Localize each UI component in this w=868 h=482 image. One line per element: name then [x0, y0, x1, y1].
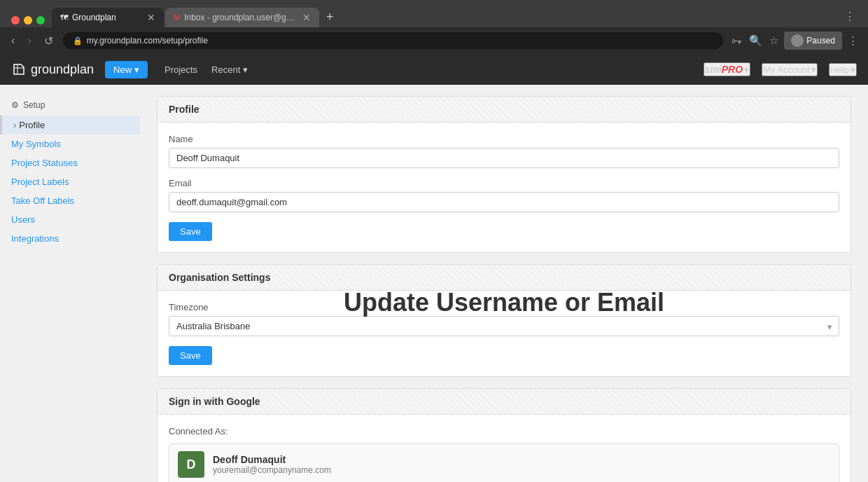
app-logo: groundplan [11, 62, 94, 77]
logo-text: groundplan [31, 62, 94, 77]
address-bar: ‹ › ↺ 🔒 my.groundplan.com/setup/profile … [0, 27, 868, 54]
tab-bar: 🗺 Groundplan ✕ M Inbox - groundplan.user… [0, 0, 868, 27]
paused-button[interactable]: Paused [784, 32, 842, 50]
tab-close-groundplan[interactable]: ✕ [147, 12, 155, 23]
refresh-button[interactable]: ↺ [41, 33, 56, 49]
search-icon[interactable]: 🔍 [748, 33, 764, 48]
window-minimize-btn[interactable] [24, 16, 32, 25]
recent-nav-btn[interactable]: Recent ▾ [206, 61, 253, 78]
lock-icon: 🔒 [73, 36, 83, 46]
browser-menu-icon: ⋮ [837, 6, 862, 27]
profile-card: Profile Name Email Save [157, 96, 851, 253]
page-body: ⚙ Setup Profile My Symbols Project Statu… [0, 85, 868, 482]
sidebar-item-label-my-symbols: My Symbols [11, 139, 61, 149]
timezone-label: Timezone [169, 302, 839, 312]
tab-favicon-gmail: M [174, 13, 180, 22]
my-account-chevron-icon: ▾ [811, 64, 816, 75]
google-user-email: youremail@companyname.com [213, 465, 331, 475]
tab-groundplan[interactable]: 🗺 Groundplan ✕ [52, 8, 164, 27]
sidebar-item-my-symbols[interactable]: My Symbols [0, 135, 140, 153]
gear-icon: ⚙ [11, 100, 19, 110]
new-button[interactable]: New ▾ [105, 61, 148, 78]
new-tab-button[interactable]: + [321, 7, 340, 27]
back-button[interactable]: ‹ [8, 33, 18, 48]
sidebar-item-label-project-labels: Project Labels [11, 177, 69, 187]
star-icon[interactable]: ☆ [768, 33, 780, 48]
simpro-button[interactable]: simPRO ▾ [704, 62, 750, 76]
header-nav: Projects Recent ▾ [159, 61, 253, 78]
name-label: Name [169, 134, 839, 144]
google-card-header: Sign in with Google [158, 389, 850, 415]
sidebar-section-title: ⚙ Setup [0, 96, 140, 116]
sidebar-item-project-statuses[interactable]: Project Statuses [0, 153, 140, 172]
simpro-chevron-icon: ▾ [744, 64, 749, 75]
google-card: Sign in with Google Connected As: D Deof… [157, 388, 851, 482]
my-account-button[interactable]: My Account ▾ [762, 63, 818, 76]
simpro-label: simPRO [705, 64, 743, 75]
new-chevron-icon: ▾ [134, 64, 139, 75]
name-form-group: Name [169, 134, 839, 168]
sidebar-item-project-labels[interactable]: Project Labels [0, 172, 140, 191]
window-maximize-btn[interactable] [36, 16, 45, 25]
header-right: simPRO ▾ My Account ▾ Help ▾ [704, 62, 857, 76]
browser-window: 🗺 Groundplan ✕ M Inbox - groundplan.user… [0, 0, 868, 482]
tab-gmail[interactable]: M Inbox - groundplan.user@gmai... ✕ [165, 8, 319, 27]
tab-title-gmail: Inbox - groundplan.user@gmai... [184, 13, 298, 22]
main-content: Update Username or Email Profile Name Em… [140, 85, 868, 482]
connected-as-label: Connected As: [169, 426, 839, 436]
google-user-info: Deoff Dumaquit youremail@companyname.com [213, 454, 331, 475]
email-label: Email [169, 178, 839, 188]
help-label: Help [830, 64, 849, 75]
sidebar-item-label-integrations: Integrations [11, 233, 59, 244]
sidebar-item-label-users: Users [11, 214, 35, 225]
address-input[interactable]: 🔒 my.groundplan.com/setup/profile [63, 32, 724, 49]
sidebar-item-users[interactable]: Users [0, 210, 140, 229]
sidebar-item-profile[interactable]: Profile [0, 116, 140, 135]
sidebar-item-label-profile: Profile [19, 120, 45, 130]
profile-card-header: Profile [158, 97, 850, 123]
org-card-body: Timezone Australia Brisbane Australia Sy… [158, 291, 850, 376]
sidebar-item-label-project-statuses: Project Statuses [11, 158, 78, 168]
email-input[interactable] [169, 192, 839, 212]
email-form-group: Email [169, 178, 839, 212]
google-avatar: D [178, 451, 204, 478]
my-account-label: My Account [763, 64, 810, 75]
user-avatar-small [791, 34, 804, 47]
sidebar-item-integrations[interactable]: Integrations [0, 229, 140, 248]
key-icon[interactable]: 🗝 [730, 34, 743, 48]
timezone-select[interactable]: Australia Brisbane Australia Sydney Aust… [169, 316, 839, 336]
name-input[interactable] [169, 148, 839, 168]
tab-close-gmail[interactable]: ✕ [302, 12, 311, 23]
projects-nav-btn[interactable]: Projects [159, 61, 203, 78]
profile-card-body: Name Email Save [158, 123, 850, 252]
window-close-btn[interactable] [11, 16, 20, 25]
org-save-button[interactable]: Save [169, 346, 212, 365]
address-text: my.groundplan.com/setup/profile [87, 36, 208, 46]
sidebar-section-label: Setup [23, 100, 45, 110]
profile-save-button[interactable]: Save [169, 222, 212, 241]
paused-label: Paused [806, 36, 835, 46]
tab-favicon: 🗺 [60, 13, 68, 22]
help-button[interactable]: Help ▾ [829, 63, 857, 76]
tab-title-groundplan: Groundplan [72, 13, 143, 22]
help-chevron-icon: ▾ [850, 64, 855, 75]
browser-more-icon[interactable]: ⋮ [846, 33, 860, 48]
forward-button[interactable]: › [24, 33, 34, 48]
sidebar: ⚙ Setup Profile My Symbols Project Statu… [0, 85, 140, 482]
logo-icon [11, 62, 27, 77]
new-button-label: New [113, 64, 132, 75]
timezone-select-wrapper: Australia Brisbane Australia Sydney Aust… [169, 316, 839, 336]
sidebar-item-take-off-labels[interactable]: Take Off Labels [0, 191, 140, 210]
org-card: Organisation Settings Timezone Australia… [157, 264, 851, 377]
google-user-row: D Deoff Dumaquit youremail@companyname.c… [169, 443, 839, 482]
org-card-header: Organisation Settings [158, 265, 850, 291]
google-user-name: Deoff Dumaquit [213, 454, 331, 465]
timezone-form-group: Timezone Australia Brisbane Australia Sy… [169, 302, 839, 336]
google-card-body: Connected As: D Deoff Dumaquit youremail… [158, 415, 850, 482]
sidebar-item-label-take-off-labels: Take Off Labels [11, 195, 74, 206]
app-header: groundplan New ▾ Projects Recent ▾ simPR… [0, 54, 868, 85]
